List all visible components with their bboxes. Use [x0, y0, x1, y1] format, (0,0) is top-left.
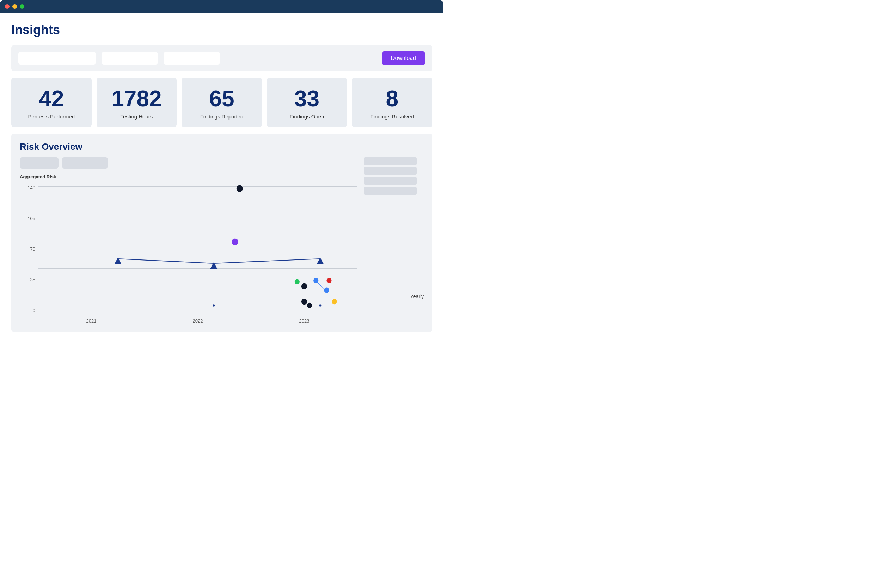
- legend-item-1: [364, 157, 417, 165]
- x-label-2021: 2021: [86, 318, 97, 324]
- legend-item-3: [364, 177, 417, 185]
- yearly-label: Yearly: [410, 294, 424, 299]
- chart-plot-area: [38, 183, 357, 317]
- title-bar: [0, 0, 443, 13]
- stat-label-pentests: Pentests Performed: [28, 114, 75, 120]
- y-label-70: 70: [30, 246, 35, 252]
- stats-row: 42 Pentests Performed 1782 Testing Hours…: [11, 78, 432, 127]
- stat-card-hours: 1782 Testing Hours: [97, 78, 177, 127]
- filter-bar: Download: [11, 45, 432, 71]
- svg-point-13: [324, 287, 329, 292]
- svg-point-5: [232, 238, 238, 245]
- stat-number-findings-resolved: 8: [386, 87, 398, 110]
- y-label-35: 35: [30, 277, 35, 282]
- risk-filter-btn-2[interactable]: [62, 157, 108, 168]
- x-label-2023: 2023: [299, 318, 309, 324]
- maximize-dot: [20, 4, 24, 9]
- svg-line-11: [317, 282, 326, 290]
- svg-point-7: [295, 279, 300, 285]
- stat-number-findings-open: 33: [294, 87, 320, 110]
- stat-card-findings-resolved: 8 Findings Resolved: [352, 78, 432, 127]
- page-title: Insights: [11, 22, 432, 38]
- svg-point-10: [307, 303, 312, 308]
- stat-label-findings-reported: Findings Reported: [200, 114, 244, 120]
- y-label-140: 140: [27, 185, 35, 190]
- legend-item-2: [364, 167, 417, 175]
- x-label-2022: 2022: [193, 318, 203, 324]
- risk-overview-section: Risk Overview Aggregated Risk 140 105 70…: [11, 134, 432, 332]
- risk-legend: Yearly: [364, 157, 424, 300]
- svg-point-6: [237, 185, 243, 192]
- stat-card-findings-reported: 65 Findings Reported: [182, 78, 262, 127]
- y-label-0: 0: [33, 308, 35, 313]
- stat-number-findings-reported: 65: [209, 87, 234, 110]
- risk-overview-title: Risk Overview: [20, 141, 424, 152]
- stat-number-hours: 1782: [111, 87, 162, 110]
- minimize-dot: [12, 4, 17, 9]
- chart-svg: [38, 183, 357, 317]
- y-axis: 140 105 70 35 0: [20, 182, 38, 324]
- download-button[interactable]: Download: [382, 51, 425, 65]
- filter-input-1[interactable]: [18, 52, 96, 64]
- stat-label-findings-open: Findings Open: [290, 114, 324, 120]
- y-label-105: 105: [27, 216, 35, 221]
- aggregated-risk-label: Aggregated Risk: [20, 174, 357, 179]
- svg-point-14: [326, 278, 332, 283]
- svg-point-15: [332, 299, 337, 304]
- stat-card-pentests: 42 Pentests Performed: [11, 78, 92, 127]
- filter-input-2[interactable]: [102, 52, 158, 64]
- svg-point-9: [302, 298, 307, 304]
- stat-label-hours: Testing Hours: [120, 114, 153, 120]
- page-content: Insights Download 42 Pentests Performed …: [0, 13, 443, 332]
- svg-point-8: [302, 283, 307, 289]
- x-axis-labels: 2021 2022 2023: [38, 317, 357, 324]
- risk-filter-btn-1[interactable]: [20, 157, 59, 168]
- filter-input-3[interactable]: [164, 52, 220, 64]
- close-dot: [5, 4, 9, 9]
- stat-number-pentests: 42: [39, 87, 64, 110]
- risk-controls: [20, 157, 357, 168]
- stat-label-findings-resolved: Findings Resolved: [370, 114, 414, 120]
- svg-point-12: [314, 278, 318, 283]
- svg-point-4: [319, 304, 321, 307]
- svg-point-3: [213, 304, 215, 307]
- stat-card-findings-open: 33 Findings Open: [267, 78, 347, 127]
- legend-item-4: [364, 187, 417, 195]
